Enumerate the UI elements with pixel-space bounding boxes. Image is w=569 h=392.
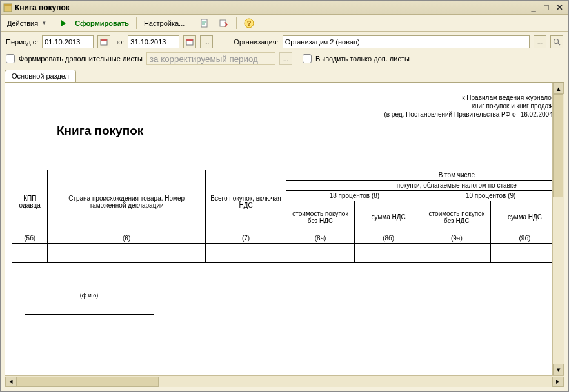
horizontal-scrollbar[interactable]: ◂ ▸ — [5, 375, 564, 387]
tool-icon-1[interactable] — [195, 17, 214, 30]
calendar-icon — [186, 38, 194, 46]
calendar-from-button[interactable] — [97, 35, 110, 48]
search-icon — [553, 38, 561, 46]
scroll-down-icon[interactable]: ▾ — [553, 364, 564, 375]
window-title: Книга покупок — [15, 3, 70, 12]
org-select-button[interactable]: ... — [534, 35, 546, 48]
scroll-left-icon[interactable]: ◂ — [5, 377, 17, 387]
v-scroll-thumb[interactable] — [553, 94, 563, 197]
actions-menu[interactable]: Действия ▼ — [3, 18, 50, 28]
scroll-right-icon[interactable]: ▸ — [552, 377, 564, 387]
maximize-button[interactable]: □ — [540, 3, 553, 13]
titlebar: Книга покупок _ □ ✕ — [1, 1, 568, 15]
params-panel: Период с: по: ... Организация: ... Форми… — [1, 32, 568, 68]
content-area: Приложение N 2 к Правилам ведения журнал… — [5, 82, 564, 387]
form-addl-checkbox[interactable] — [6, 54, 15, 63]
doc-title: Книга покупок — [57, 124, 552, 138]
period-from-label: Период с: — [6, 38, 38, 46]
h-scroll-thumb[interactable] — [17, 377, 159, 387]
help-button[interactable]: ? — [240, 17, 258, 30]
vertical-scrollbar[interactable]: ▴ ▾ — [552, 83, 564, 375]
period-from-input[interactable] — [42, 35, 94, 48]
tab-main[interactable]: Основной раздел — [5, 70, 76, 83]
tabs: Основной раздел — [1, 68, 568, 82]
svg-rect-7 — [101, 39, 107, 41]
legal-block: Приложение N 2 к Правилам ведения журнал… — [12, 85, 552, 119]
export-icon — [219, 18, 229, 28]
org-input[interactable] — [283, 35, 530, 48]
dropdown-icon: ▼ — [41, 20, 46, 26]
calendar-icon — [100, 38, 108, 46]
column-numbers-row: (5б) (6) (7) (8а) (8б) (9а) (9б) (10) (1… — [12, 233, 553, 244]
document-icon — [199, 18, 210, 28]
form-addl-label: Формировать дополнительные листы — [19, 55, 143, 63]
play-button[interactable] — [57, 19, 70, 28]
close-button[interactable]: ✕ — [553, 3, 566, 13]
svg-rect-9 — [186, 39, 193, 41]
addl-select-button: ... — [279, 52, 292, 65]
help-icon: ? — [244, 18, 254, 28]
period-to-input[interactable] — [128, 35, 179, 48]
scroll-up-icon[interactable]: ▴ — [553, 83, 564, 94]
org-search-button[interactable] — [550, 35, 563, 48]
org-label: Организация: — [234, 38, 278, 46]
tool-icon-2[interactable] — [215, 17, 233, 30]
form-button[interactable]: Сформировать — [71, 18, 133, 28]
svg-rect-1 — [4, 4, 12, 6]
purchase-table-real: КПП одавца Страна происхождения товара. … — [12, 170, 552, 263]
toolbar: Действия ▼ Сформировать Настройка... ? — [1, 15, 568, 32]
svg-rect-3 — [220, 20, 226, 26]
window-icon — [3, 3, 12, 12]
addl-period-input — [146, 52, 275, 65]
svg-point-10 — [554, 39, 559, 44]
signature-block: (ф.и.о) — [12, 282, 552, 315]
period-select-button[interactable]: ... — [200, 35, 213, 48]
only-addl-checkbox[interactable] — [303, 54, 312, 63]
play-icon — [61, 20, 66, 26]
svg-text:?: ? — [247, 19, 252, 27]
period-to-label: по: — [114, 38, 124, 46]
settings-button[interactable]: Настройка... — [140, 18, 188, 28]
table-row — [12, 244, 553, 263]
calendar-to-button[interactable] — [183, 35, 196, 48]
svg-line-11 — [558, 43, 560, 45]
minimize-button[interactable]: _ — [527, 3, 540, 13]
only-addl-label: Выводить только доп. листы — [315, 55, 410, 63]
document-scroll[interactable]: Приложение N 2 к Правилам ведения журнал… — [5, 83, 552, 375]
svg-rect-2 — [201, 19, 207, 27]
